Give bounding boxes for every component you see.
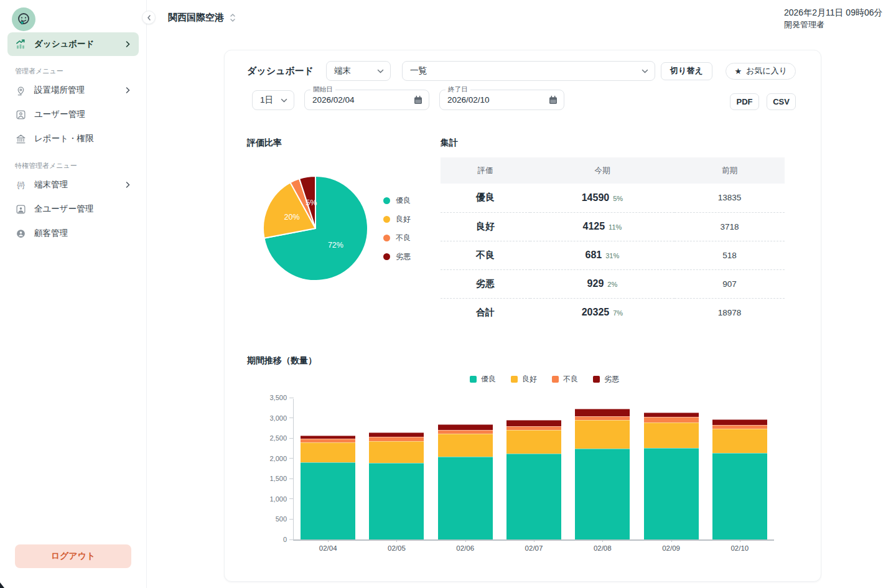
sidebar-item-all-user-management[interactable]: 全ユーザー管理: [7, 197, 139, 221]
pie-legend-item-poor: 不良: [383, 233, 411, 243]
bar-segment-bad: [369, 432, 424, 437]
sidebar-item-terminal-management[interactable]: {#}端末管理: [7, 173, 139, 197]
pie-slice-label: 20%: [284, 213, 299, 222]
chevron-right-icon: [125, 41, 131, 47]
rating-label: 劣悪: [441, 269, 530, 298]
chevron-down-icon: [377, 69, 384, 73]
dashboard-icon: [15, 39, 26, 50]
pie-slice-label: 5%: [306, 198, 317, 207]
list-select[interactable]: 一覧: [402, 61, 655, 81]
bar-group-02/04: 02/04: [301, 399, 355, 539]
bar-legend-item-excellent: 優良: [470, 374, 496, 385]
bar-segment-bad: [438, 424, 493, 430]
terminal-management-icon: {#}: [15, 179, 26, 190]
bar-group-02/09: 02/09: [644, 399, 699, 539]
pie-legend-item-excellent: 優良: [383, 195, 411, 206]
y-axis-tick: [289, 398, 294, 398]
card-title: ダッシュボード: [247, 65, 314, 77]
change-percent: 2%: [607, 281, 617, 288]
sidebar-nav: ダッシュボード 管理者メニュー設置場所管理ユーザー管理レポート・権限特権管理者メ…: [0, 32, 146, 246]
y-axis-label: 3,000: [269, 414, 287, 422]
current-datetime: 2026年2月11日 09時06分: [784, 6, 883, 19]
bar-legend: 優良良好不良劣悪: [293, 374, 796, 385]
y-axis-tick: [289, 458, 294, 459]
pie-section-title: 評価比率: [247, 138, 441, 149]
summary-table: 評価 今期 前期 優良145905%13835良好412511%3718不良68…: [441, 157, 785, 327]
change-percent: 31%: [605, 252, 619, 259]
current-value: 145905%: [530, 184, 674, 212]
site-switcher-icon[interactable]: [230, 13, 236, 22]
current-role: 開発管理者: [784, 19, 883, 31]
chevron-down-icon: [642, 69, 648, 73]
current-value: 203257%: [530, 298, 674, 327]
y-axis-tick: [289, 478, 294, 479]
switch-button[interactable]: 切り替え: [661, 62, 712, 80]
rating-label: 良好: [441, 212, 530, 241]
x-axis-label: 02/04: [301, 544, 355, 552]
bar-segment-good: [712, 429, 767, 454]
pie-legend: 優良良好不良劣悪: [383, 195, 411, 262]
calendar-icon[interactable]: [413, 95, 423, 105]
previous-value: 3718: [674, 212, 785, 241]
bar-legend-item-good: 良好: [511, 374, 537, 385]
bar-group-02/06: 02/06: [438, 399, 493, 539]
sidebar-item-report-permission[interactable]: レポート・権限: [7, 127, 139, 151]
bar-group-02/10: 02/10: [712, 399, 767, 539]
bar-segment-good: [369, 441, 424, 463]
sidebar-item-location-management[interactable]: 設置場所管理: [7, 78, 139, 102]
legend-dot-icon: [383, 253, 390, 260]
legend-square-icon: [470, 376, 477, 383]
rating-ratio-section: 評価比率 72%20%5% 優良良好不良劣悪: [247, 138, 441, 327]
calendar-icon[interactable]: [548, 95, 558, 105]
x-axis-label: 02/05: [369, 544, 424, 552]
start-date-input[interactable]: 開始日 2026/02/04: [304, 90, 429, 110]
bar-segment-good: [438, 434, 493, 457]
legend-square-icon: [552, 376, 559, 383]
summary-row-bad: 劣悪9292%907: [441, 269, 785, 298]
csv-export-button[interactable]: CSV: [767, 93, 796, 110]
legend-square-icon: [593, 376, 600, 383]
sidebar-collapse-button[interactable]: [142, 11, 156, 24]
sidebar-section-label: 管理者メニュー: [15, 67, 131, 76]
target-select[interactable]: 端末: [326, 61, 391, 81]
period-select[interactable]: 1日: [252, 90, 294, 110]
bar-group-02/08: 02/08: [575, 399, 630, 539]
pdf-export-button[interactable]: PDF: [730, 93, 759, 110]
avatar[interactable]: [12, 7, 35, 31]
bar-legend-item-bad: 劣悪: [593, 374, 619, 385]
sidebar-item-customer-management[interactable]: 顧客管理: [7, 222, 139, 245]
x-axis-label: 02/10: [712, 544, 767, 552]
logout-button[interactable]: ログアウト: [15, 544, 131, 568]
report-permission-icon: [15, 133, 26, 144]
trend-section: 期間推移（数量） 優良良好不良劣悪 05001,0001,5002,0002,5…: [247, 355, 796, 541]
bar-segment-excellent: [506, 454, 561, 539]
user-block: 2026年2月11日 09時06分 開発管理者: [784, 6, 883, 31]
site-header: 関西国際空港: [168, 12, 236, 24]
summary-row-excellent: 優良145905%13835: [441, 184, 785, 212]
favorite-button[interactable]: ★ お気に入り: [726, 63, 796, 80]
summary-section: 集計 評価 今期 前期 優良145905%13835良好412511%3718不…: [441, 138, 785, 327]
legend-dot-icon: [383, 235, 390, 241]
smiley-logo-icon: [16, 12, 31, 27]
bar-segment-bad: [506, 420, 561, 426]
sidebar-item-user-management[interactable]: ユーザー管理: [7, 103, 139, 126]
y-axis-tick: [289, 438, 294, 439]
summary-row-poor: 不良68131%518: [441, 241, 785, 269]
y-axis-tick: [289, 539, 294, 540]
y-axis-label: 3,500: [269, 394, 287, 401]
end-date-input[interactable]: 終了日 2026/02/10: [439, 90, 564, 110]
chevron-down-icon: [281, 98, 287, 103]
x-axis-label: 02/06: [438, 544, 493, 552]
column-header-previous: 前期: [674, 157, 785, 184]
y-axis-tick: [289, 418, 294, 418]
bar-segment-good: [506, 430, 561, 454]
chevron-right-icon: [125, 182, 131, 188]
bar-section-title: 期間推移（数量）: [247, 355, 796, 366]
bar-segment-bad: [644, 413, 699, 418]
bar-segment-good: [644, 422, 699, 448]
x-axis-label: 02/07: [506, 544, 561, 552]
sidebar-item-dashboard[interactable]: ダッシュボード: [7, 32, 139, 56]
all-user-management-icon: [15, 203, 26, 215]
x-axis-label: 02/08: [575, 544, 630, 552]
pie-legend-item-bad: 劣悪: [383, 251, 411, 262]
